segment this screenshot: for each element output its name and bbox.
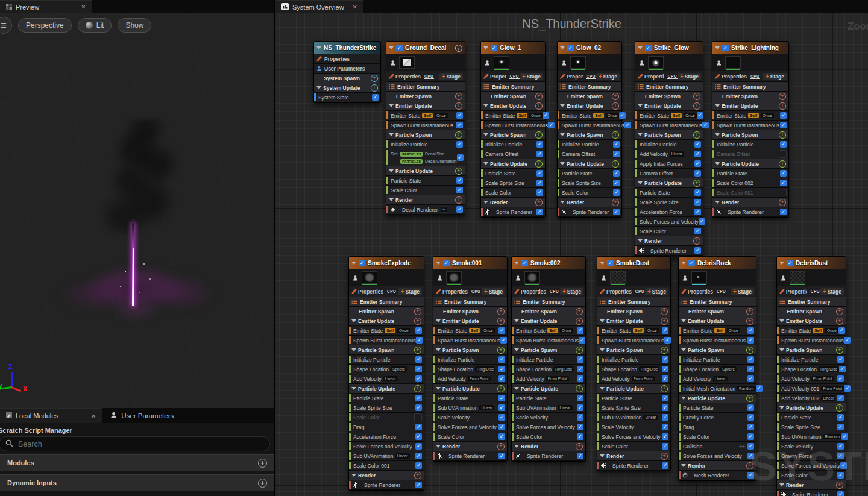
section-row-emitter-update[interactable]: Emitter Update+ — [512, 316, 585, 326]
module-enabled-checkbox[interactable]: ✓ — [662, 375, 668, 382]
module-row-shape-location[interactable]: Shape LocationSphere✓ — [679, 365, 756, 374]
module-row-system-state[interactable]: System State✓ — [314, 93, 380, 102]
emitter-node-ground-decal[interactable]: ✓Ground_DecaliPropertiesCPU+StageEmitter… — [386, 41, 465, 215]
node-header[interactable]: ✓DebrisDust — [777, 257, 846, 269]
module-row-initial-mesh-orientation[interactable]: Initial Mesh OrientationRandom✓ — [679, 384, 756, 394]
renderer-row-sprite-renderer[interactable]: Sprite Renderer✓ — [433, 451, 507, 461]
section-row-emitter-spawn[interactable]: Emitter Spawn+ — [433, 307, 507, 316]
emitter-node-strike-lightning[interactable]: ✓Strike_LightningPropertiesCPU+StageEmit… — [712, 41, 789, 218]
add-module-button[interactable]: + — [746, 318, 753, 325]
add-module-button[interactable]: + — [612, 102, 619, 110]
add-module-button[interactable]: + — [371, 75, 378, 82]
module-row-add-velocity-002[interactable]: Add Velocity 002Linear✓ — [777, 394, 846, 403]
add-module-button[interactable]: + — [661, 347, 668, 354]
viewport-menu-button[interactable]: ☰ — [0, 17, 12, 34]
module-row-particle-state[interactable]: Particle State✓ — [558, 169, 621, 178]
module-row-add-velocity[interactable]: Add VelocityFrom Point✓ — [597, 374, 670, 384]
emitter-summary-row[interactable]: Emitter Summary — [679, 297, 756, 307]
section-row-emitter-update[interactable]: Emitter Update+ — [386, 101, 465, 111]
module-row-acceleration-force[interactable]: Acceleration Force✓ — [635, 207, 703, 217]
module-row-initialize-particle[interactable]: Initialize Particle✓ — [679, 355, 756, 365]
module-enabled-checkbox[interactable]: ✓ — [443, 260, 450, 266]
module-enabled-checkbox[interactable]: ✓ — [787, 260, 793, 266]
section-row-emitter-update[interactable]: Emitter Update+ — [558, 101, 621, 111]
module-row-scale-sprite-size[interactable]: Scale Sprite Size✓ — [635, 198, 703, 207]
module-row-collision[interactable]: Collision✓ — [679, 442, 756, 451]
add-module-button[interactable]: + — [746, 347, 753, 354]
module-row-add-velocity[interactable]: Add VelocityLinear✓ — [349, 374, 424, 384]
module-row-shape-location[interactable]: Shape LocationRing/Disc✓ — [597, 365, 670, 374]
add-module-button[interactable]: + — [836, 404, 843, 412]
module-row-scale-color-001[interactable]: Scale Color 001 — [712, 188, 788, 198]
module-row-spawn-burst-instantaneous[interactable]: Spawn Burst Instantaneous✓ — [558, 121, 621, 130]
renderer-row-sprite-renderer[interactable]: Sprite Renderer✓ — [558, 207, 621, 217]
module-enabled-checkbox[interactable]: ✓ — [542, 112, 549, 119]
module-row-scale-sprite-size[interactable]: Scale Sprite Size✓ — [777, 422, 846, 432]
section-row-particle-spawn[interactable]: Particle Spawn+ — [386, 130, 465, 140]
module-enabled-checkbox[interactable]: ✓ — [613, 180, 620, 186]
module-enabled-checkbox[interactable]: ✓ — [607, 260, 614, 266]
module-enabled-checkbox[interactable]: ✓ — [577, 453, 583, 459]
module-enabled-checkbox[interactable]: ✓ — [536, 209, 543, 215]
module-row-emitter-state[interactable]: Emitter StateSelfOnce✓ — [512, 326, 585, 336]
module-row-sub-uvanimation[interactable]: Sub UVAnimationLinear✓ — [512, 403, 585, 413]
module-enabled-checkbox[interactable]: ✓ — [722, 45, 729, 51]
section-row-particle-update[interactable]: Particle Update+ — [512, 384, 585, 394]
module-row-add-velocity[interactable]: Add VelocityFrom Point✓ — [512, 374, 585, 384]
module-row-scale-color[interactable]: Scale Color — [349, 413, 424, 422]
module-row-spawn-burst-instantaneous[interactable]: Spawn Burst Instantaneous✓ — [679, 336, 756, 345]
module-enabled-checkbox[interactable]: ✓ — [396, 45, 403, 51]
emitter-summary-row[interactable]: Emitter Summary — [777, 297, 846, 307]
node-header[interactable]: NS_ThunderStrike — [314, 42, 380, 54]
module-enabled-checkbox[interactable]: ✓ — [780, 141, 787, 148]
module-enabled-checkbox[interactable]: ✓ — [415, 404, 422, 411]
module-enabled-checkbox[interactable]: ✓ — [498, 375, 505, 382]
add-module-button[interactable]: + — [836, 347, 843, 354]
close-icon[interactable]: ✕ — [91, 413, 96, 419]
module-enabled-checkbox[interactable]: ✓ — [780, 112, 787, 119]
module-enabled-checkbox[interactable]: ✓ — [699, 218, 705, 225]
section-row-render[interactable]: Render+ — [386, 195, 465, 205]
add-module-button[interactable]: + — [612, 131, 619, 139]
module-row-scale-sprite-size[interactable]: Scale Sprite Size✓ — [558, 178, 621, 188]
module-enabled-checkbox[interactable]: ✓ — [415, 453, 422, 459]
module-row-add-velocity[interactable]: Add VelocityFrom Point✓ — [433, 374, 507, 384]
emitter-summary-row[interactable]: Emitter Summary — [512, 297, 585, 307]
section-row-emitter-spawn[interactable]: Emitter Spawn+ — [712, 92, 788, 101]
add-module-button[interactable]: + — [693, 131, 700, 139]
add-module-button[interactable]: + — [455, 196, 462, 204]
add-module-button[interactable]: + — [693, 102, 700, 110]
module-enabled-checkbox[interactable]: ✓ — [456, 122, 463, 128]
module-row-scale-velocity[interactable]: Scale Velocity✓ — [777, 442, 846, 451]
properties-row[interactable]: PropertiesCPU+Stage — [777, 286, 846, 297]
module-enabled-checkbox[interactable]: ✓ — [841, 433, 848, 440]
emitter-summary-row[interactable]: Emitter Summary — [597, 297, 670, 307]
add-module-button[interactable]: + — [497, 318, 505, 325]
module-enabled-checkbox[interactable]: ✓ — [577, 375, 583, 382]
emitter-summary-row[interactable]: Emitter Summary — [558, 82, 621, 92]
emitter-node-strike-glow[interactable]: ✓Strike_GlowPropertiesCPU+StageEmitter S… — [635, 41, 703, 256]
renderer-row-sprite-renderer[interactable]: Sprite Renderer✓ — [481, 207, 545, 217]
close-icon[interactable]: ✕ — [81, 4, 86, 10]
module-row-initialize-particle[interactable]: Initialize Particle✓ — [349, 355, 424, 365]
module-row-spawn-burst-instantaneous[interactable]: Spawn Burst Instantaneous✓ — [635, 121, 703, 130]
perspective-dropdown[interactable]: Perspective — [18, 18, 72, 33]
properties-row[interactable]: PropertiesCPU+Stage — [712, 71, 788, 82]
module-row-initialize-particle[interactable]: Initialize Particle✓ — [433, 355, 507, 365]
preview-viewport[interactable]: ☰ Perspective Lit Show Z X Y — [0, 13, 274, 408]
module-enabled-checkbox[interactable]: ✓ — [780, 180, 787, 186]
module-enabled-checkbox[interactable]: ✓ — [372, 94, 379, 101]
tab-system-overview[interactable]: System Overview ✕ — [275, 0, 363, 13]
module-enabled-checkbox[interactable]: ✓ — [498, 404, 505, 411]
section-row-emitter-update[interactable]: Emitter Update+ — [481, 101, 545, 111]
section-row-emitter-update[interactable]: Emitter Update+ — [777, 316, 846, 326]
module-row-scale-color[interactable]: Scale Color✓ — [386, 186, 465, 195]
section-row-particle-update[interactable]: Particle Update+ — [481, 159, 545, 169]
module-enabled-checkbox[interactable]: ✓ — [500, 337, 507, 344]
close-icon[interactable]: ✕ — [353, 4, 357, 10]
module-row-emitter-state[interactable]: Emitter StateSelfOnce✓ — [481, 111, 545, 121]
add-module-button[interactable]: + — [535, 102, 542, 110]
lit-dropdown[interactable]: Lit — [78, 18, 112, 33]
add-module-button[interactable]: + — [576, 385, 583, 392]
section-row-particle-spawn[interactable]: Particle Spawn+ — [558, 130, 621, 140]
